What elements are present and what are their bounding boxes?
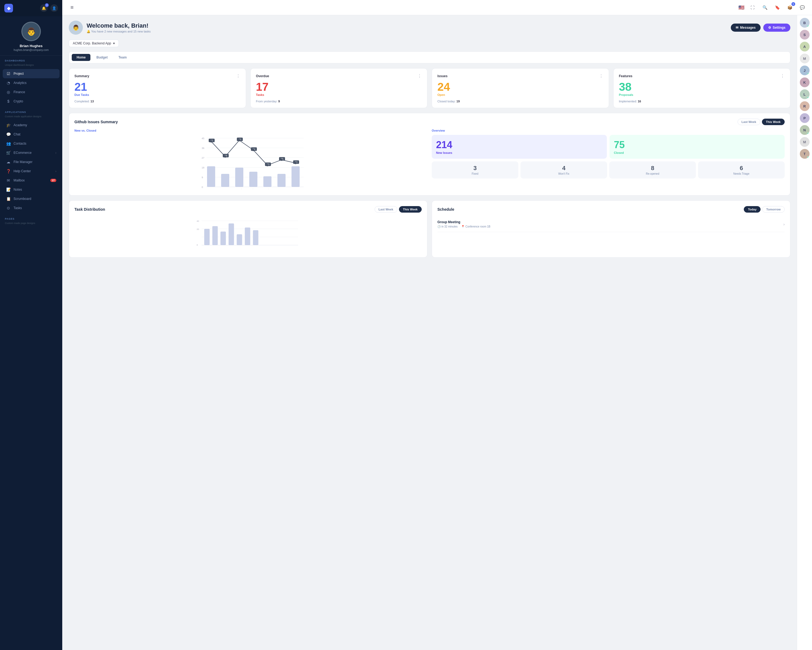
rp-avatar-8[interactable]: P [800,113,810,123]
task-dist-title: Task Distribution [75,207,105,211]
svg-text:27: 27 [201,156,205,159]
task-this-week-button[interactable]: This Week [399,206,422,213]
sidebar-item-label: Notes [14,188,22,191]
sidebar-item-filemanager[interactable]: ☁ File Manager [3,158,60,167]
tomorrow-button[interactable]: Tomorrow [762,206,785,213]
menu-button[interactable]: ≡ [68,3,76,12]
card-menu-icon[interactable]: ⋮ [417,73,422,78]
sidebar-item-contacts[interactable]: 👥 Contacts [3,139,60,148]
notifications-button[interactable]: 🔔 3 [40,5,47,12]
today-button[interactable]: Today [744,206,760,213]
rp-avatar-11[interactable]: T [800,149,810,159]
stat-number: 17 [256,81,422,93]
schedule-card: Schedule Today Tomorrow Group Meeting 🕐 [432,200,791,258]
fixed-label: Fixed [434,172,516,175]
chevron-right-icon[interactable]: › [783,222,785,226]
rp-avatar-5[interactable]: K [800,78,810,87]
svg-rect-14 [235,168,243,187]
sidebar-item-analytics[interactable]: ◔ Analytics [3,78,60,87]
tab-budget[interactable]: Budget [92,54,112,61]
overview-top: 214 New Issues 75 Closed [432,135,785,159]
svg-text:Thu: Thu [251,188,255,189]
rp-avatar-3[interactable]: M [800,54,810,63]
rp-avatar-1[interactable]: S [800,30,810,40]
welcome-actions: ✉ Messages ⚙ Settings [731,24,791,32]
task-dist-header: Task Distribution Last Week This Week [75,206,422,213]
stat-footer: Closed today: 19 [437,99,603,103]
closed-label: Closed [614,151,780,154]
tab-home[interactable]: Home [72,54,90,61]
overview-bottom: 3 Fixed 4 Won't Fix 8 Re-opened [432,161,785,179]
sidebar-item-notes[interactable]: 📝 Notes [3,185,60,194]
rp-avatar-10[interactable]: M [800,137,810,147]
stat-label: Proposals [619,93,785,96]
rp-avatar-6[interactable]: L [800,89,810,99]
triage-card: 6 Needs Triage [698,161,785,179]
contacts-icon: 👥 [6,141,11,146]
app-logo[interactable]: ◆ [4,4,13,12]
settings-button[interactable]: ⚙ Settings [763,24,791,32]
card-menu-icon[interactable]: ⋮ [599,73,603,78]
card-menu-icon[interactable]: ⋮ [780,73,785,78]
sidebar-item-academy[interactable]: 🎓 Academy [3,121,60,130]
language-flag[interactable]: 🇺🇸 [739,5,744,11]
line-bar-chart: 45 36 27 18 9 0 [75,135,427,189]
last-week-button[interactable]: Last Week [737,119,760,125]
sidebar-item-label: Tasks [14,206,22,210]
rp-avatar-4[interactable]: J [800,66,810,75]
rp-avatar-2[interactable]: A [800,42,810,52]
stat-label: Tasks [256,93,422,96]
search-button[interactable]: 🔍 [760,3,769,12]
welcome-bar: 👨 Welcome back, Brian! 🔔 You have 2 new … [69,21,791,35]
scrumboard-icon: 📋 [6,197,11,201]
sidebar-item-label: Project [14,72,24,76]
sidebar-item-mailbox[interactable]: ✉ Mailbox 27 [3,176,60,185]
fullscreen-button[interactable]: ⛶ [748,3,757,12]
svg-text:18: 18 [201,166,205,169]
inbox-button[interactable]: 📦 5 [786,3,794,12]
task-last-week-button[interactable]: Last Week [375,206,397,213]
github-grid: New vs. Closed 45 36 27 18 9 0 [75,129,785,190]
project-name: ACME Corp. Backend App [73,41,111,45]
applications-section: APPLICATIONS Custom made application des… [0,107,62,214]
sidebar-item-helpcenter[interactable]: ❓ Help Center › [3,167,60,176]
github-week-toggle: Last Week This Week [737,119,785,125]
sidebar-item-scrumboard[interactable]: 📋 Scrumboard [3,194,60,203]
welcome-avatar: 👨 [69,21,83,35]
stat-footer: From yesterday: 9 [256,99,422,103]
rp-avatar-0[interactable]: B [800,18,810,28]
helpcenter-icon: ❓ [6,169,11,173]
sidebar-item-project[interactable]: ☑ Project [3,69,60,78]
svg-point-35 [238,139,240,141]
bookmark-button[interactable]: 🔖 [773,3,782,12]
sidebar-item-finance[interactable]: ◎ Finance [3,87,60,97]
card-menu-icon[interactable]: ⋮ [236,73,240,78]
github-title: Github Issues Summary [75,120,118,124]
rp-avatar-7[interactable]: R [800,101,810,111]
sidebar-item-chat[interactable]: 💬 Chat [3,130,60,139]
messages-button[interactable]: ✉ Messages [731,24,760,32]
sidebar-item-crypto[interactable]: $ Crypto [3,97,60,106]
chat-button[interactable]: 💬 [798,3,807,12]
sidebar-item-ecommerce[interactable]: 🛒 ECommerce › [3,148,60,158]
user-name: Brian Hughes [20,44,43,48]
schedule-title: Schedule [437,207,454,211]
sidebar: ◆ 🔔 3 👤 👨 Brian Hughes hughes.brian@comp… [0,0,62,650]
user-icon-button[interactable]: 👤 [50,5,58,12]
stat-label: Open [437,93,603,96]
svg-rect-56 [221,232,226,245]
svg-point-37 [266,164,269,166]
tab-team[interactable]: Team [114,54,131,61]
pages-title: PAGES [3,217,60,222]
rp-avatar-9[interactable]: N [800,125,810,135]
svg-point-34 [224,156,226,158]
content-area: 👨 Welcome back, Brian! 🔔 You have 2 new … [62,15,797,650]
location-icon: 📍 [461,225,464,228]
sidebar-item-tasks[interactable]: ⊙ Tasks [3,203,60,213]
svg-text:Wed: Wed [237,188,242,189]
triage-label: Needs Triage [700,172,783,175]
schedule-item: Group Meeting 🕐 in 32 minutes 📍 Conferen… [437,216,785,232]
project-selector[interactable]: ACME Corp. Backend App ▾ [69,40,119,47]
this-week-button[interactable]: This Week [762,119,785,125]
event-time: 🕐 in 32 minutes [437,225,458,228]
